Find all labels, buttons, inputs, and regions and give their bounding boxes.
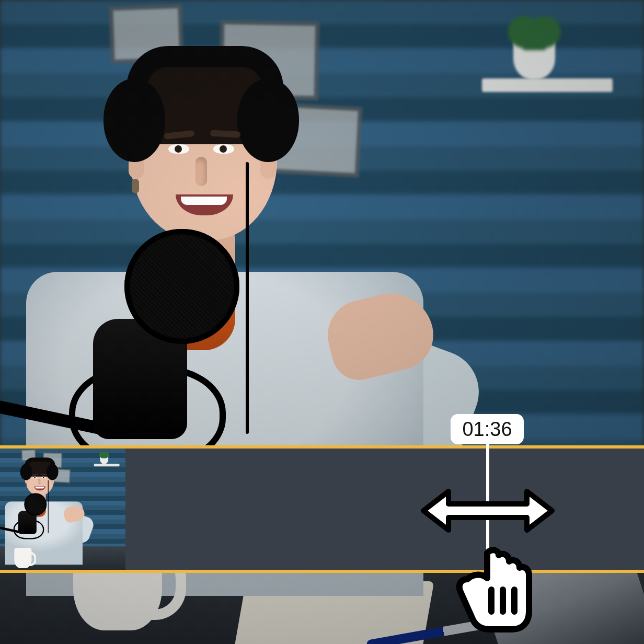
editor-stage: 01:36 [0,0,644,644]
clip-thumbnail[interactable] [0,448,125,570]
playhead-time-badge[interactable]: 01:36 [451,414,524,444]
grab-hand-icon[interactable] [451,545,539,634]
resize-horizontal-icon[interactable] [419,482,556,539]
